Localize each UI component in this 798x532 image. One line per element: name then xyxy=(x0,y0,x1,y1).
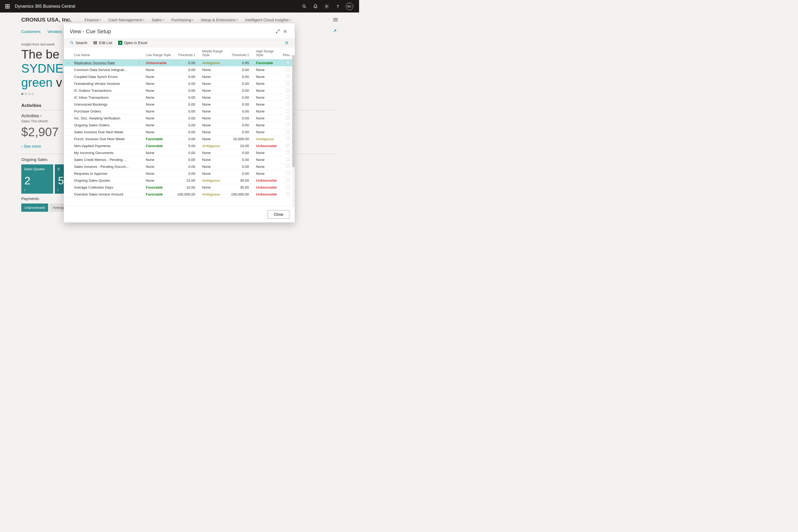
list-view-icon[interactable] xyxy=(285,41,289,45)
cue-name[interactable]: Inc. Doc. Awaiting Verfication xyxy=(74,116,120,120)
personalized-checkbox[interactable] xyxy=(286,109,289,113)
cue-name[interactable]: Common Data Service Integrati... xyxy=(74,68,127,72)
chip-unprocessed[interactable]: Unprocessed xyxy=(21,204,48,212)
row-menu-icon[interactable]: ⋮ xyxy=(136,61,141,65)
cue-name[interactable]: Outstanding Vendor Invoices xyxy=(74,82,120,86)
table-row[interactable]: IC Inbox TransactionsNone0.00None0.00Non… xyxy=(64,94,295,101)
hamburger-icon[interactable] xyxy=(333,18,338,21)
tile-sales-quotes[interactable]: Sales Quotes 2 › xyxy=(21,165,53,194)
personalized-checkbox[interactable] xyxy=(286,178,289,182)
cue-name[interactable]: Ongoing Sales Quotes xyxy=(74,178,110,183)
cue-name[interactable]: Replication Success Rate xyxy=(74,61,115,65)
gear-icon[interactable] xyxy=(323,3,330,10)
threshold-1: 0.00 xyxy=(173,136,197,142)
personalized-checkbox[interactable] xyxy=(286,144,289,147)
cue-name[interactable]: Sales Credit Memos - Pending ... xyxy=(74,158,127,162)
cue-name[interactable]: Sales Invoices - Pending Docum... xyxy=(74,165,129,169)
table-row[interactable]: Common Data Service Integrati...None0.00… xyxy=(64,66,295,73)
subnav-customers[interactable]: Customers xyxy=(21,29,41,34)
personalized-checkbox[interactable] xyxy=(286,165,289,168)
app-launcher-icon[interactable] xyxy=(2,4,13,8)
nav-sales[interactable]: Sales▾ xyxy=(152,18,164,22)
table-row[interactable]: →Replication Success Rate⋮Unfavorable0.5… xyxy=(64,59,295,66)
cue-name[interactable]: IC Inbox Transactions xyxy=(74,95,109,99)
personalized-checkbox[interactable] xyxy=(286,61,289,64)
scrollbar[interactable] xyxy=(292,55,295,206)
personalized-checkbox[interactable] xyxy=(286,116,289,119)
cue-name[interactable]: Overdue Sales Invoice Amount xyxy=(74,192,123,196)
col-threshold2[interactable]: Threshold 2 xyxy=(227,48,251,59)
table-row[interactable]: Ongoing Sales QuotesNone15.00Ambiguous30… xyxy=(64,177,295,184)
cue-name[interactable]: IC Outbox Transactions xyxy=(74,89,111,93)
toolbar-search[interactable]: Search xyxy=(70,41,87,45)
mid-range-style: Ambiguous xyxy=(202,144,220,148)
excel-icon: x xyxy=(118,41,122,45)
col-high-range[interactable]: High Range Style xyxy=(251,48,281,59)
nav-setup-extensions[interactable]: Setup & Extensions▾ xyxy=(201,18,238,22)
col-low-range[interactable]: Low Range Style xyxy=(144,48,173,59)
table-row[interactable]: Non-Applied PaymentsFavorable5.00Ambiguo… xyxy=(64,142,295,150)
personalized-checkbox[interactable] xyxy=(286,192,289,195)
cue-name[interactable]: Coupled Data Synch Errors xyxy=(74,75,118,79)
search-icon[interactable] xyxy=(301,3,307,10)
avatar[interactable]: BC xyxy=(346,3,353,10)
table-row[interactable]: Sales Invoices Due Next WeekNone0.00None… xyxy=(64,129,295,136)
table-row[interactable]: Average Collection DaysFavorable10.00Non… xyxy=(64,184,295,191)
table-row[interactable]: Uninvoiced BookingsNone0.00None0.00None xyxy=(64,101,295,108)
toolbar-open-excel[interactable]: x Open in Excel xyxy=(118,41,147,45)
threshold-2: 0.00 xyxy=(227,80,251,87)
cue-name[interactable]: Uninvoiced Bookings xyxy=(74,102,108,107)
nav-purchasing[interactable]: Purchasing▾ xyxy=(171,18,193,22)
table-row[interactable]: Ongoing Sales OrdersNone0.00None0.00None xyxy=(64,122,295,129)
table-row[interactable]: Coupled Data Synch ErrorsNone0.00None0.0… xyxy=(64,73,295,80)
personalized-checkbox[interactable] xyxy=(286,95,289,99)
cue-name[interactable]: Sales Invoices Due Next Week xyxy=(74,130,123,134)
cue-name[interactable]: My Incoming Documents xyxy=(74,151,114,155)
nav-finance[interactable]: Finance▾ xyxy=(84,18,101,22)
threshold-2: 0.00 xyxy=(227,87,251,94)
bell-icon[interactable] xyxy=(312,3,319,10)
close-icon[interactable] xyxy=(281,28,289,35)
table-row[interactable]: Inc. Doc. Awaiting VerficationNone0.00No… xyxy=(64,115,295,122)
cue-name[interactable]: Non-Applied Payments xyxy=(74,144,111,148)
personalized-checkbox[interactable] xyxy=(286,185,289,189)
personalized-checkbox[interactable] xyxy=(286,89,289,92)
personalized-checkbox[interactable] xyxy=(286,82,289,85)
high-range-style: None xyxy=(256,68,264,72)
table-row[interactable]: Outstanding Vendor InvoicesNone0.00None0… xyxy=(64,80,295,87)
col-threshold1[interactable]: Threshold 1 xyxy=(173,48,197,59)
cue-name[interactable]: Ongoing Sales Orders xyxy=(74,123,110,127)
personalized-checkbox[interactable] xyxy=(286,130,289,133)
table-row[interactable]: Purch. Invoices Due Next WeekFavorable0.… xyxy=(64,136,295,142)
table-row[interactable]: Sales Credit Memos - Pending ...None0.00… xyxy=(64,156,295,163)
maximize-icon[interactable] xyxy=(274,28,281,35)
cue-name[interactable]: Requests to Approve xyxy=(74,172,107,175)
table-row[interactable]: My Incoming DocumentsNone0.00None0.00Non… xyxy=(64,150,295,156)
table-row[interactable]: IC Outbox TransactionsNone0.00None0.00No… xyxy=(64,87,295,94)
cue-name[interactable]: Purchase Orders xyxy=(74,109,101,113)
col-mid-range[interactable]: Middle Range Style xyxy=(197,48,227,59)
table-row[interactable]: Purchase OrdersNone0.00None0.00None xyxy=(64,108,295,115)
personalized-checkbox[interactable] xyxy=(286,68,289,71)
personalized-checkbox[interactable] xyxy=(286,158,289,161)
toolbar-edit-list[interactable]: Edit List xyxy=(93,41,112,45)
help-icon[interactable] xyxy=(335,3,341,10)
nav-intelligent-cloud-insights[interactable]: Intelligent Cloud Insights▾ xyxy=(245,18,291,22)
personalized-checkbox[interactable] xyxy=(286,172,289,175)
personalized-checkbox[interactable] xyxy=(286,137,289,140)
nav-cash-management[interactable]: Cash Management▾ xyxy=(108,18,144,22)
table-row[interactable]: Sales Invoices - Pending Docum...None0.0… xyxy=(64,163,295,170)
high-range-style: Unfavorable xyxy=(256,192,277,196)
personalized-checkbox[interactable] xyxy=(286,75,289,78)
col-cue-name[interactable]: Cue Name xyxy=(72,48,134,59)
table-row[interactable]: Overdue Sales Invoice AmountFavorable100… xyxy=(64,191,295,198)
subnav-vendors[interactable]: Vendors xyxy=(48,29,62,34)
personalized-checkbox[interactable] xyxy=(286,123,289,126)
cue-name[interactable]: Average Collection Days xyxy=(74,185,113,189)
close-button[interactable]: Close xyxy=(268,210,289,218)
personalized-checkbox[interactable] xyxy=(286,151,289,154)
expand-icon[interactable] xyxy=(331,29,337,34)
cue-name[interactable]: Purch. Invoices Due Next Week xyxy=(74,137,125,141)
table-row[interactable]: Requests to ApproveNone0.00None0.00None xyxy=(64,170,295,177)
personalized-checkbox[interactable] xyxy=(286,102,289,106)
